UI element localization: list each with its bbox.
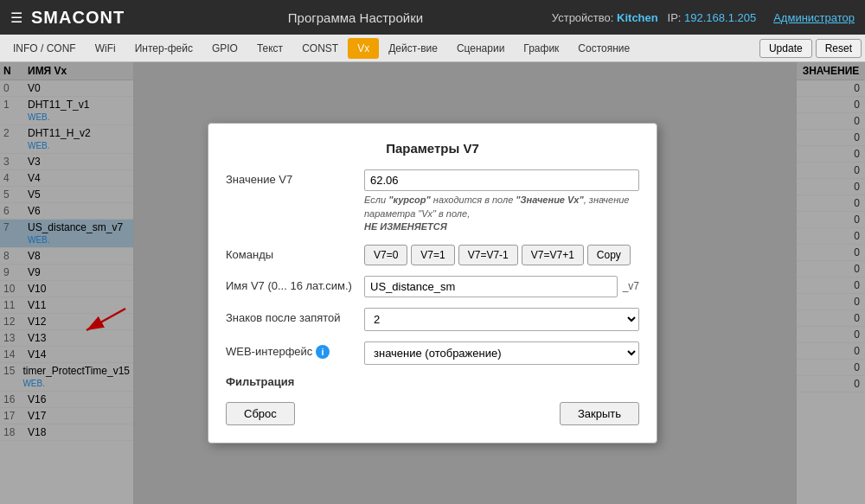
cmd-v7-minus1[interactable]: V7=V7-1 xyxy=(458,245,518,265)
value-row: Значение V7 Если "курсор" находится в по… xyxy=(226,169,639,233)
modal-overlay: Параметры V7 Значение V7 Если "курсор" н… xyxy=(0,62,865,504)
web-info-icon[interactable]: i xyxy=(316,345,330,359)
filter-label: Фильтрация xyxy=(226,375,639,388)
tab-action[interactable]: Дейст-вие xyxy=(379,38,447,59)
nav-tabs: INFO / CONF WiFi Интер-фейс GPIO Текст C… xyxy=(0,35,865,62)
tab-info-conf[interactable]: INFO / CONF xyxy=(3,38,86,59)
value-label: Значение V7 xyxy=(226,169,364,186)
value-field: Если "курсор" находится в поле "Значение… xyxy=(364,169,639,233)
tab-state[interactable]: Состояние xyxy=(568,38,639,59)
tab-vx[interactable]: Vx xyxy=(348,38,379,59)
cmd-v7-1[interactable]: V7=1 xyxy=(411,245,454,265)
tab-gpio[interactable]: GPIO xyxy=(202,38,247,59)
cmd-v7-plus1[interactable]: V7=V7+1 xyxy=(522,245,584,265)
nav-actions: Update Reset xyxy=(759,39,862,58)
commands-label: Команды xyxy=(226,245,364,261)
name-field: _v7 xyxy=(364,276,639,297)
cmd-buttons: V7=0 V7=1 V7=V7-1 V7=V7+1 Copy xyxy=(364,245,639,265)
name-input[interactable] xyxy=(364,276,618,297)
decimal-label: Знаков после запятой xyxy=(226,308,364,324)
web-label: WEB-интерфейс i xyxy=(226,341,364,359)
device-name: Kitchen xyxy=(617,11,658,24)
brand-logo: SMACONT xyxy=(31,8,125,28)
app-title: Программа Настройки xyxy=(159,10,552,25)
web-field: значение (отображение) переключатель сла… xyxy=(364,341,639,365)
reset-btn[interactable]: Сброс xyxy=(226,402,295,425)
value-input[interactable] xyxy=(364,169,639,191)
tab-wifi[interactable]: WiFi xyxy=(86,38,125,59)
name-field-row: _v7 xyxy=(364,276,639,297)
cmd-v7-0[interactable]: V7=0 xyxy=(364,245,407,265)
tab-scenarios[interactable]: Сценарии xyxy=(447,38,514,59)
modal-footer: Сброс Закрыть xyxy=(226,402,639,425)
name-row: Имя V7 (0... 16 лат.сим.) _v7 xyxy=(226,276,639,297)
modal-dialog: Параметры V7 Значение V7 Если "курсор" н… xyxy=(208,123,657,443)
name-suffix: _v7 xyxy=(623,280,639,292)
value-hint: Если "курсор" находится в поле "Значение… xyxy=(364,194,639,233)
web-row: WEB-интерфейс i значение (отображение) п… xyxy=(226,341,639,365)
device-info: Устройство: Kitchen IP: 192.168.1.205 xyxy=(552,11,756,24)
header: ☰ SMACONT Программа Настройки Устройство… xyxy=(0,0,865,35)
commands-row: Команды V7=0 V7=1 V7=V7-1 V7=V7+1 Copy xyxy=(226,245,639,265)
modal-title: Параметры V7 xyxy=(226,141,639,156)
close-btn[interactable]: Закрыть xyxy=(560,402,639,425)
tab-interface[interactable]: Интер-фейс xyxy=(125,38,202,59)
tab-text[interactable]: Текст xyxy=(247,38,292,59)
device-ip[interactable]: 192.168.1.205 xyxy=(684,11,756,24)
update-button[interactable]: Update xyxy=(759,39,812,58)
tab-graph[interactable]: График xyxy=(514,38,568,59)
main-area: N ИМЯ Vx 0 V0 1 DHT11_T_v1WEB. 2 DHT11_H… xyxy=(0,62,865,504)
reset-button[interactable]: Reset xyxy=(816,39,862,58)
menu-icon[interactable]: ☰ xyxy=(10,10,22,26)
decimal-field: 0 1 2 3 4 xyxy=(364,308,639,331)
decimal-select[interactable]: 0 1 2 3 4 xyxy=(364,308,639,331)
commands-field: V7=0 V7=1 V7=V7-1 V7=V7+1 Copy xyxy=(364,245,639,265)
tab-const[interactable]: CONST xyxy=(292,38,348,59)
admin-link[interactable]: Администратор xyxy=(773,11,855,24)
name-label: Имя V7 (0... 16 лат.сим.) xyxy=(226,276,364,292)
web-select[interactable]: значение (отображение) переключатель сла… xyxy=(364,341,639,365)
cmd-copy[interactable]: Copy xyxy=(587,245,631,265)
decimal-row: Знаков после запятой 0 1 2 3 4 xyxy=(226,308,639,331)
